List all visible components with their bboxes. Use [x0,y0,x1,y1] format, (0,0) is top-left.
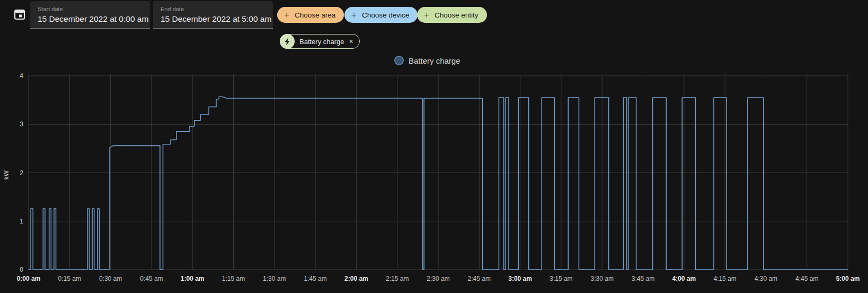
svg-text:kW: kW [3,170,10,179]
end-date-value: 15 December 2022 at 5:00 am [161,14,271,23]
choose-entity-label: Choose entity [435,11,479,19]
plus-icon: + [351,11,357,20]
lightning-bolt-icon [284,38,291,46]
svg-text:1:45 am: 1:45 am [304,275,326,282]
svg-text:3: 3 [20,120,23,128]
svg-text:2:30 am: 2:30 am [427,275,449,282]
svg-text:0:30 am: 0:30 am [99,275,122,282]
svg-text:1:00 am: 1:00 am [181,275,205,282]
start-date-field[interactable]: Start date 15 December 2022 at 0:00 am [30,1,150,29]
svg-text:4:15 am: 4:15 am [713,275,736,282]
svg-text:2: 2 [20,169,23,177]
svg-text:3:00 am: 3:00 am [508,275,532,282]
svg-text:2:00 am: 2:00 am [344,275,368,282]
svg-text:4: 4 [20,72,23,80]
choose-entity-button[interactable]: + Choose entity [417,7,487,23]
svg-text:0:15 am: 0:15 am [58,275,81,282]
end-date-label: End date [161,6,273,12]
svg-text:4:45 am: 4:45 am [795,275,818,282]
history-panel: Start date 15 December 2022 at 0:00 am E… [0,0,868,293]
calendar-button[interactable] [13,7,26,21]
legend-label: Battery charge [409,56,460,65]
svg-text:5:00 am: 5:00 am [836,275,860,282]
filter-chip-label: Battery charge [299,38,344,46]
plus-icon: + [284,11,289,20]
svg-text:3:45 am: 3:45 am [632,275,654,282]
choose-area-button[interactable]: + Choose area [277,7,344,23]
battery-charge-filter-chip[interactable]: Battery charge × [280,34,360,49]
history-chart: 01234kW0:00 am0:15 am0:30 am0:45 am1:00 … [0,69,868,293]
start-date-label: Start date [38,6,150,12]
svg-text:3:15 am: 3:15 am [550,275,572,282]
svg-text:2:15 am: 2:15 am [386,275,409,282]
svg-text:1:15 am: 1:15 am [222,275,245,282]
start-date-value: 15 December 2022 at 0:00 am [38,14,148,23]
choose-area-label: Choose area [295,11,335,19]
svg-text:0:45 am: 0:45 am [140,275,163,282]
close-icon[interactable]: × [349,38,353,45]
end-date-field[interactable]: End date 15 December 2022 at 5:00 am [153,1,273,29]
svg-text:3:30 am: 3:30 am [591,275,614,282]
svg-text:0: 0 [20,266,23,273]
choose-device-label: Choose device [362,11,409,19]
plus-icon: + [424,11,429,20]
choose-device-button[interactable]: + Choose device [344,7,418,23]
svg-text:1: 1 [20,218,23,225]
svg-text:1:30 am: 1:30 am [263,275,286,282]
svg-text:4:00 am: 4:00 am [672,275,696,282]
legend-item-battery-charge[interactable]: Battery charge [394,56,460,65]
svg-text:2:45 am: 2:45 am [468,275,491,282]
svg-text:4:30 am: 4:30 am [755,275,777,282]
entity-avatar [280,34,295,49]
legend-dot-icon [394,56,404,65]
svg-text:0:00 am: 0:00 am [17,275,41,282]
calendar-icon [13,7,26,21]
